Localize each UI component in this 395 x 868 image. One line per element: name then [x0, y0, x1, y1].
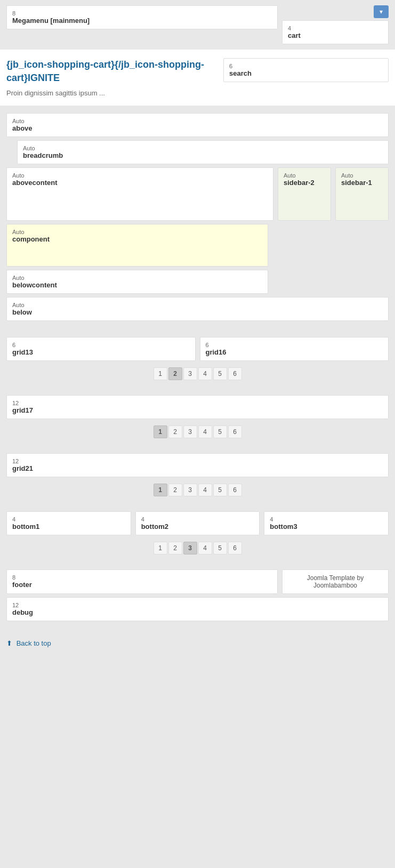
- breadcrumb-box: Auto breadcrumb: [17, 140, 389, 164]
- grid3-page-4[interactable]: 4: [198, 484, 212, 496]
- grid3-section: 12 grid21 1 2 3 4 5 6: [0, 448, 395, 504]
- hero-description: Proin dignissim sagittis ipsum ...: [6, 89, 218, 97]
- grid3-pagination: 1 2 3 4 5 6: [6, 481, 389, 499]
- search-box: 6 search: [223, 58, 389, 82]
- grid21-label: grid21: [12, 464, 33, 472]
- footer-section: 8 footer Joomla Template by Joomlabamboo…: [0, 564, 395, 631]
- hero-section: {jb_icon-shopping-cart}{/jb_icon-shoppin…: [0, 50, 395, 106]
- grid3-page-5[interactable]: 5: [213, 484, 227, 496]
- grid1-page-1[interactable]: 1: [154, 367, 167, 380]
- chevron-button[interactable]: ▾: [374, 5, 389, 18]
- footer-box: 8 footer: [6, 569, 278, 594]
- component-label: component: [12, 235, 50, 243]
- bottom-page-4[interactable]: 4: [198, 542, 212, 554]
- hero-left: {jb_icon-shopping-cart}{/jb_icon-shoppin…: [6, 58, 218, 97]
- bottom1-box: 4 bottom1: [6, 511, 131, 535]
- sidebar2-label: sidebar-2: [284, 179, 315, 187]
- bottom1-label: bottom1: [12, 523, 39, 531]
- bottom-page-5[interactable]: 5: [213, 542, 227, 554]
- belowcontent-number: Auto: [12, 275, 262, 281]
- component-box: Auto component: [6, 224, 268, 267]
- footer-number: 8: [12, 574, 272, 581]
- grid1-page-5[interactable]: 5: [213, 367, 227, 380]
- grid21-box: 12 grid21: [6, 453, 389, 477]
- grid2-pagination: 1 2 3 4 5 6: [6, 423, 389, 440]
- sidebar1-number: Auto: [341, 172, 383, 179]
- sidebar2-box: Auto sidebar-2: [278, 167, 331, 221]
- grid13-number: 6: [12, 342, 190, 348]
- grid1-page-4[interactable]: 4: [198, 367, 212, 380]
- search-label: search: [229, 69, 252, 77]
- sidebar2-number: Auto: [284, 172, 325, 179]
- grid17-number: 12: [12, 400, 383, 406]
- back-to-top-section: ⬆ Back to top: [0, 633, 395, 654]
- arrow-up-icon: ⬆: [6, 639, 12, 647]
- cart-number: 4: [288, 25, 383, 31]
- grid13-label: grid13: [12, 348, 33, 356]
- grid2-section: 12 grid17 1 2 3 4 5 6: [0, 390, 395, 446]
- bottom3-box: 4 bottom3: [264, 511, 389, 535]
- grid16-label: grid16: [206, 348, 227, 356]
- bottom-grid-row: 4 bottom1 4 bottom2 4 bottom3: [6, 511, 389, 535]
- grid17-box: 12 grid17: [6, 395, 389, 419]
- bottom-page-6[interactable]: 6: [228, 542, 242, 554]
- grid16-box: 6 grid16: [200, 337, 389, 361]
- grid17-label: grid17: [12, 406, 33, 414]
- bottom-page-3[interactable]: 3: [183, 542, 197, 554]
- cart-box: 4 cart: [282, 20, 389, 44]
- top-row: 8 Megamenu [mainmenu] ▾ 4 cart: [0, 0, 395, 50]
- bottom-page-1[interactable]: 1: [154, 542, 167, 554]
- footer-credit: Joomla Template by Joomlabamboo: [282, 569, 389, 594]
- grid1-page-2[interactable]: 2: [168, 367, 182, 380]
- bottom2-number: 4: [141, 516, 254, 523]
- bottom3-label: bottom3: [270, 523, 297, 531]
- footer-credit-text: Joomla Template by Joomlabamboo: [307, 574, 364, 589]
- bottom1-number: 4: [12, 516, 125, 523]
- below-label: below: [12, 308, 32, 316]
- grid3-page-3[interactable]: 3: [183, 484, 197, 496]
- grid1-section: 6 grid13 6 grid16 1 2 3 4 5 6: [0, 332, 395, 388]
- breadcrumb-number: Auto: [23, 145, 383, 151]
- grid2-page-4[interactable]: 4: [198, 425, 212, 438]
- debug-number: 12: [12, 602, 383, 608]
- grid2-page-2[interactable]: 2: [168, 425, 182, 438]
- grid1-row: 6 grid13 6 grid16: [6, 337, 389, 361]
- grid1-pagination: 1 2 3 4 5 6: [6, 365, 389, 382]
- search-number: 6: [229, 63, 383, 69]
- sidebar1-label: sidebar-1: [341, 179, 372, 187]
- component-column: Auto component Auto belowcontent: [6, 224, 268, 294]
- grid2-page-5[interactable]: 5: [213, 425, 227, 438]
- grid2-page-1[interactable]: 1: [154, 425, 167, 438]
- grid3-page-6[interactable]: 6: [228, 484, 242, 496]
- component-number: Auto: [12, 229, 262, 235]
- below-number: Auto: [12, 302, 383, 308]
- back-to-top-text: Back to top: [17, 639, 51, 647]
- belowcontent-label: belowcontent: [12, 281, 57, 289]
- grid21-number: 12: [12, 458, 383, 464]
- chevron-down-icon: ▾: [380, 8, 383, 15]
- grid1-page-3[interactable]: 3: [183, 367, 197, 380]
- cart-label: cart: [288, 31, 301, 39]
- back-to-top-link[interactable]: ⬆ Back to top: [6, 639, 51, 647]
- layout-section: Auto above Auto breadcrumb Auto abovecon…: [0, 108, 395, 329]
- bottom3-number: 4: [270, 516, 383, 523]
- abovecontent-label: abovecontent: [12, 179, 58, 187]
- grid3-page-1[interactable]: 1: [154, 484, 167, 496]
- bottom-pagination: 1 2 3 4 5 6: [6, 540, 389, 557]
- grid2-page-3[interactable]: 3: [183, 425, 197, 438]
- above-box: Auto above: [6, 113, 389, 137]
- footer-label: footer: [12, 581, 32, 589]
- grid13-box: 6 grid13: [6, 337, 196, 361]
- abovecontent-number: Auto: [12, 172, 268, 179]
- bottom-page-2[interactable]: 2: [168, 542, 182, 554]
- breadcrumb-label: breadcrumb: [23, 151, 63, 159]
- grid3-page-2[interactable]: 2: [168, 484, 182, 496]
- footer-row: 8 footer Joomla Template by Joomlabamboo: [6, 569, 389, 594]
- dropdown-container: ▾ 4 cart: [282, 5, 389, 44]
- grid1-page-6[interactable]: 6: [228, 367, 242, 380]
- above-number: Auto: [12, 118, 383, 124]
- belowcontent-box: Auto belowcontent: [6, 270, 268, 294]
- abovecontent-row: Auto abovecontent Auto sidebar-2 Auto si…: [6, 167, 389, 221]
- debug-label: debug: [12, 608, 33, 616]
- grid2-page-6[interactable]: 6: [228, 425, 242, 438]
